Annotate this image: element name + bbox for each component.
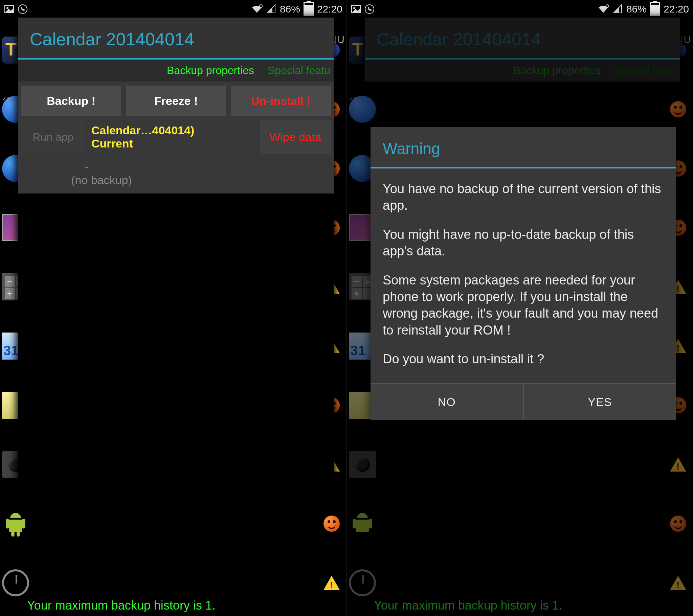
warning-body: You have no backup of the current versio… [371, 168, 676, 383]
image-icon [4, 4, 14, 14]
svg-point-5 [353, 7, 355, 9]
clock-text: 22:20 [317, 3, 342, 15]
modal-title: Calendar 201404014 [18, 18, 334, 58]
tab-special-features[interactable]: Special featu [268, 64, 330, 77]
screen-left: 86% 22:20 NU −=+ 31 Your maximum backup … [0, 0, 346, 616]
yes-button[interactable]: YES [523, 384, 676, 420]
battery-text: 86% [280, 3, 300, 15]
tab-backup-properties[interactable]: Backup properties [167, 64, 254, 77]
wipe-data-button[interactable]: Wipe data [260, 120, 331, 154]
version-line2: Current [91, 137, 254, 150]
signal-icon [266, 4, 276, 14]
no-backup-label: (no backup) [0, 174, 334, 187]
svg-point-7 [606, 5, 609, 7]
signal-icon [613, 4, 623, 14]
image-icon [351, 4, 361, 14]
current-version-label: Calendar…404014) Current [90, 120, 255, 154]
svg-point-1 [6, 7, 8, 9]
warning-text-4: Do you want to un-install it ? [383, 351, 664, 367]
warning-text-3: Some system packages are needed for your… [383, 272, 664, 339]
app-icon [2, 569, 29, 596]
status-warn-icon [323, 576, 340, 590]
backup-properties-modal: Calendar 201404014 Backup properties Spe… [18, 18, 334, 498]
warning-buttons: NO YES [371, 383, 676, 420]
freeze-button[interactable]: Freeze ! [126, 85, 226, 116]
no-backup-area: - (no backup) [18, 158, 334, 194]
warning-dialog: Warning You have no backup of the curren… [371, 127, 676, 420]
app-icon [2, 510, 29, 537]
backup-button[interactable]: Backup ! [21, 85, 121, 116]
warning-title: Warning [371, 127, 676, 167]
warning-text-2: You might have no up-to-date backup of t… [383, 226, 664, 260]
wifi-icon [597, 4, 609, 14]
no-button[interactable]: NO [371, 384, 523, 420]
uninstall-button[interactable]: Un-install ! [231, 85, 331, 116]
phone-icon [18, 4, 28, 14]
status-bar: 86% 22:20 [0, 0, 346, 17]
battery-icon [303, 2, 314, 16]
battery-text: 86% [626, 3, 647, 15]
run-app-button[interactable]: Run app [21, 120, 85, 154]
svg-point-3 [260, 5, 262, 7]
modal-tabs: Backup properties Special featu [18, 60, 334, 81]
status-bar: 86% 22:20 [347, 0, 693, 17]
warning-text-1: You have no backup of the current versio… [383, 181, 664, 214]
clock-text: 22:20 [664, 3, 689, 15]
phone-icon [364, 4, 375, 14]
wifi-icon [251, 4, 263, 14]
version-line1: Calendar…404014) [91, 124, 254, 137]
battery-icon [650, 2, 660, 16]
screen-right: 86% 22:20 NU −=+ 31 Your maximum backup … [346, 0, 693, 616]
footer-text: Your maximum backup history is 1. [27, 598, 216, 613]
status-smile-icon [323, 516, 340, 532]
